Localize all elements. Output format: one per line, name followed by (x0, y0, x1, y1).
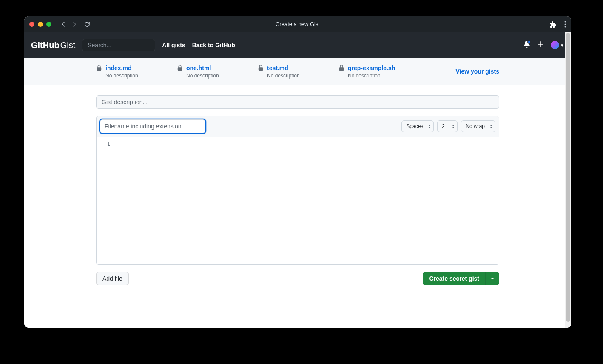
browser-titlebar: Create a new Gist (24, 16, 571, 32)
divider (96, 301, 499, 301)
recent-gist-item: one.html No description. (177, 64, 241, 79)
user-menu-button[interactable]: ▼ (551, 41, 564, 49)
select-caret-icon (490, 125, 492, 128)
caret-down-icon: ▼ (560, 43, 564, 48)
forward-button[interactable] (71, 21, 78, 28)
recent-gist-item: grep-example.sh No description. (338, 64, 402, 79)
logo[interactable]: GitHub Gist (31, 40, 75, 50)
code-textarea[interactable] (118, 137, 499, 264)
lock-icon (258, 65, 264, 73)
gist-description: No description. (348, 73, 395, 79)
recent-gists-bar: index.md No description. one.html No des… (24, 58, 571, 85)
minimize-window-button[interactable] (38, 22, 43, 27)
indent-size-value: 2 (442, 123, 445, 129)
avatar (551, 41, 559, 49)
gist-description: No description. (105, 73, 139, 79)
browser-window: Create a new Gist GitHub Gist All gists … (24, 16, 571, 328)
filename-input[interactable] (100, 119, 205, 133)
close-window-button[interactable] (29, 22, 34, 27)
scrollbar-track[interactable] (565, 32, 571, 328)
browser-menu-button[interactable] (564, 21, 566, 28)
file-editor-box: Spaces 2 No wrap 1 (96, 116, 499, 265)
wrap-mode-select[interactable]: No wrap (461, 120, 495, 132)
main-content: Spaces 2 No wrap 1 (24, 85, 571, 328)
line-gutter: 1 (97, 137, 118, 264)
notifications-button[interactable] (523, 41, 530, 49)
select-caret-icon (452, 125, 455, 128)
gist-description: No description. (267, 73, 301, 79)
lock-icon (177, 65, 183, 73)
indent-mode-select[interactable]: Spaces (401, 120, 434, 132)
new-gist-button[interactable] (537, 41, 544, 50)
gist-description-input[interactable] (96, 95, 499, 109)
maximize-window-button[interactable] (46, 22, 51, 27)
header-nav: All gists Back to GitHub (162, 42, 235, 48)
gist-link[interactable]: test.md (267, 65, 288, 71)
indent-mode-value: Spaces (406, 123, 423, 129)
back-to-github-link[interactable]: Back to GitHub (192, 42, 235, 48)
svg-point-2 (565, 26, 566, 27)
select-caret-icon (428, 125, 431, 128)
notification-dot-icon (527, 40, 531, 44)
extensions-icon[interactable] (550, 21, 557, 28)
line-number: 1 (97, 141, 110, 147)
logo-text-strong: GitHub (31, 40, 60, 50)
reload-button[interactable] (84, 21, 91, 28)
scrollbar-thumb[interactable] (566, 33, 570, 322)
gist-link[interactable]: index.md (105, 65, 131, 71)
all-gists-link[interactable]: All gists (162, 42, 185, 48)
indent-size-select[interactable]: 2 (437, 120, 458, 132)
create-secret-gist-button[interactable]: Create secret gist (423, 272, 486, 285)
form-actions: Add file Create secret gist (96, 272, 499, 285)
file-header: Spaces 2 No wrap (97, 116, 499, 137)
add-file-button[interactable]: Add file (96, 272, 129, 285)
tab-title: Create a new Gist (276, 21, 320, 27)
site-header: GitHub Gist All gists Back to GitHub ▼ (24, 32, 571, 58)
logo-text-light: Gist (60, 40, 76, 50)
gist-link[interactable]: one.html (186, 65, 211, 71)
gist-description: No description. (186, 73, 220, 79)
gist-link[interactable]: grep-example.sh (348, 65, 395, 71)
window-controls (29, 22, 51, 27)
view-your-gists-link[interactable]: View your gists (456, 68, 499, 75)
wrap-mode-value: No wrap (466, 123, 485, 129)
lock-icon (96, 65, 102, 73)
lock-icon (338, 65, 344, 73)
triangle-down-icon (491, 278, 494, 279)
svg-point-1 (565, 23, 566, 25)
browser-nav (60, 21, 78, 28)
recent-gist-item: test.md No description. (258, 64, 321, 79)
search-input[interactable] (82, 39, 155, 51)
back-button[interactable] (60, 21, 67, 28)
code-editor: 1 (97, 137, 499, 264)
svg-point-0 (565, 21, 566, 22)
create-gist-dropdown-button[interactable] (486, 272, 499, 285)
recent-gist-item: index.md No description. (96, 64, 160, 79)
